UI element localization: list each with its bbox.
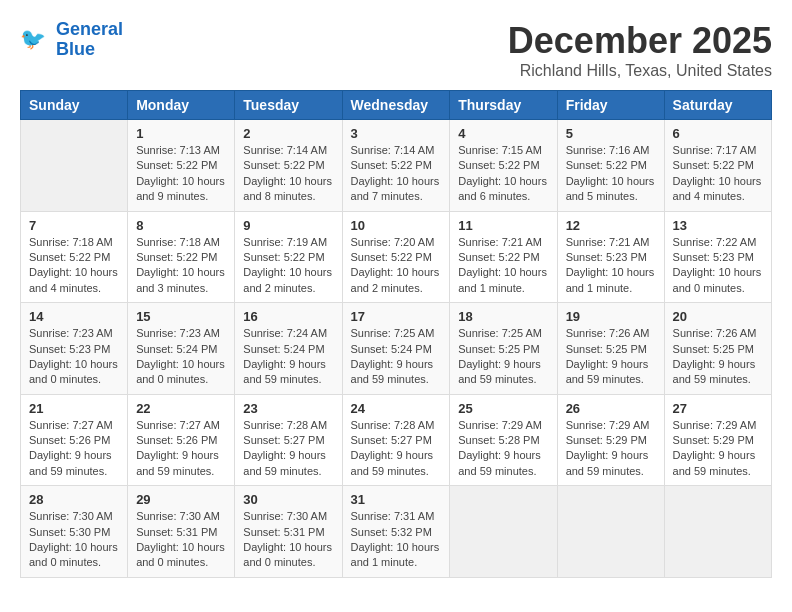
day-number: 16 xyxy=(243,309,333,324)
logo-icon: 🐦 xyxy=(20,24,52,56)
calendar-week-row: 7Sunrise: 7:18 AM Sunset: 5:22 PM Daylig… xyxy=(21,211,772,303)
day-info: Sunrise: 7:25 AM Sunset: 5:24 PM Dayligh… xyxy=(351,326,442,388)
day-number: 13 xyxy=(673,218,763,233)
day-info: Sunrise: 7:21 AM Sunset: 5:22 PM Dayligh… xyxy=(458,235,548,297)
day-number: 9 xyxy=(243,218,333,233)
day-number: 20 xyxy=(673,309,763,324)
day-info: Sunrise: 7:28 AM Sunset: 5:27 PM Dayligh… xyxy=(351,418,442,480)
day-info: Sunrise: 7:25 AM Sunset: 5:25 PM Dayligh… xyxy=(458,326,548,388)
day-number: 31 xyxy=(351,492,442,507)
day-number: 1 xyxy=(136,126,226,141)
day-info: Sunrise: 7:30 AM Sunset: 5:31 PM Dayligh… xyxy=(243,509,333,571)
day-number: 12 xyxy=(566,218,656,233)
calendar-cell: 24Sunrise: 7:28 AM Sunset: 5:27 PM Dayli… xyxy=(342,394,450,486)
calendar-cell: 25Sunrise: 7:29 AM Sunset: 5:28 PM Dayli… xyxy=(450,394,557,486)
calendar-cell: 8Sunrise: 7:18 AM Sunset: 5:22 PM Daylig… xyxy=(128,211,235,303)
day-info: Sunrise: 7:18 AM Sunset: 5:22 PM Dayligh… xyxy=(136,235,226,297)
calendar-cell: 28Sunrise: 7:30 AM Sunset: 5:30 PM Dayli… xyxy=(21,486,128,578)
day-info: Sunrise: 7:14 AM Sunset: 5:22 PM Dayligh… xyxy=(243,143,333,205)
calendar-cell: 22Sunrise: 7:27 AM Sunset: 5:26 PM Dayli… xyxy=(128,394,235,486)
month-title: December 2025 xyxy=(508,20,772,62)
logo: 🐦 GeneralBlue xyxy=(20,20,123,60)
calendar-cell xyxy=(557,486,664,578)
day-info: Sunrise: 7:31 AM Sunset: 5:32 PM Dayligh… xyxy=(351,509,442,571)
calendar-cell: 6Sunrise: 7:17 AM Sunset: 5:22 PM Daylig… xyxy=(664,120,771,212)
day-number: 23 xyxy=(243,401,333,416)
weekday-header: Wednesday xyxy=(342,91,450,120)
day-info: Sunrise: 7:20 AM Sunset: 5:22 PM Dayligh… xyxy=(351,235,442,297)
day-info: Sunrise: 7:18 AM Sunset: 5:22 PM Dayligh… xyxy=(29,235,119,297)
day-number: 10 xyxy=(351,218,442,233)
logo-text: GeneralBlue xyxy=(56,20,123,60)
day-info: Sunrise: 7:14 AM Sunset: 5:22 PM Dayligh… xyxy=(351,143,442,205)
svg-text:🐦: 🐦 xyxy=(20,26,46,52)
day-number: 3 xyxy=(351,126,442,141)
calendar-cell xyxy=(450,486,557,578)
location: Richland Hills, Texas, United States xyxy=(508,62,772,80)
day-number: 6 xyxy=(673,126,763,141)
day-info: Sunrise: 7:23 AM Sunset: 5:23 PM Dayligh… xyxy=(29,326,119,388)
calendar-cell: 27Sunrise: 7:29 AM Sunset: 5:29 PM Dayli… xyxy=(664,394,771,486)
calendar-cell: 13Sunrise: 7:22 AM Sunset: 5:23 PM Dayli… xyxy=(664,211,771,303)
day-info: Sunrise: 7:13 AM Sunset: 5:22 PM Dayligh… xyxy=(136,143,226,205)
day-info: Sunrise: 7:21 AM Sunset: 5:23 PM Dayligh… xyxy=(566,235,656,297)
day-info: Sunrise: 7:30 AM Sunset: 5:31 PM Dayligh… xyxy=(136,509,226,571)
calendar-cell: 23Sunrise: 7:28 AM Sunset: 5:27 PM Dayli… xyxy=(235,394,342,486)
day-number: 5 xyxy=(566,126,656,141)
calendar-cell xyxy=(21,120,128,212)
day-number: 11 xyxy=(458,218,548,233)
calendar-cell: 31Sunrise: 7:31 AM Sunset: 5:32 PM Dayli… xyxy=(342,486,450,578)
day-info: Sunrise: 7:24 AM Sunset: 5:24 PM Dayligh… xyxy=(243,326,333,388)
day-number: 28 xyxy=(29,492,119,507)
day-info: Sunrise: 7:15 AM Sunset: 5:22 PM Dayligh… xyxy=(458,143,548,205)
calendar-cell: 10Sunrise: 7:20 AM Sunset: 5:22 PM Dayli… xyxy=(342,211,450,303)
day-info: Sunrise: 7:29 AM Sunset: 5:29 PM Dayligh… xyxy=(673,418,763,480)
day-number: 24 xyxy=(351,401,442,416)
weekday-header: Thursday xyxy=(450,91,557,120)
day-number: 25 xyxy=(458,401,548,416)
calendar-cell: 26Sunrise: 7:29 AM Sunset: 5:29 PM Dayli… xyxy=(557,394,664,486)
day-info: Sunrise: 7:27 AM Sunset: 5:26 PM Dayligh… xyxy=(29,418,119,480)
calendar-cell: 9Sunrise: 7:19 AM Sunset: 5:22 PM Daylig… xyxy=(235,211,342,303)
day-number: 8 xyxy=(136,218,226,233)
day-number: 17 xyxy=(351,309,442,324)
calendar-cell: 12Sunrise: 7:21 AM Sunset: 5:23 PM Dayli… xyxy=(557,211,664,303)
weekday-header: Friday xyxy=(557,91,664,120)
day-number: 2 xyxy=(243,126,333,141)
calendar-table: SundayMondayTuesdayWednesdayThursdayFrid… xyxy=(20,90,772,578)
day-number: 14 xyxy=(29,309,119,324)
day-info: Sunrise: 7:23 AM Sunset: 5:24 PM Dayligh… xyxy=(136,326,226,388)
calendar-week-row: 1Sunrise: 7:13 AM Sunset: 5:22 PM Daylig… xyxy=(21,120,772,212)
day-number: 4 xyxy=(458,126,548,141)
calendar-cell: 14Sunrise: 7:23 AM Sunset: 5:23 PM Dayli… xyxy=(21,303,128,395)
day-number: 15 xyxy=(136,309,226,324)
day-info: Sunrise: 7:28 AM Sunset: 5:27 PM Dayligh… xyxy=(243,418,333,480)
day-info: Sunrise: 7:29 AM Sunset: 5:28 PM Dayligh… xyxy=(458,418,548,480)
calendar-cell: 3Sunrise: 7:14 AM Sunset: 5:22 PM Daylig… xyxy=(342,120,450,212)
day-info: Sunrise: 7:30 AM Sunset: 5:30 PM Dayligh… xyxy=(29,509,119,571)
day-info: Sunrise: 7:26 AM Sunset: 5:25 PM Dayligh… xyxy=(566,326,656,388)
day-number: 27 xyxy=(673,401,763,416)
day-number: 22 xyxy=(136,401,226,416)
title-block: December 2025 Richland Hills, Texas, Uni… xyxy=(508,20,772,80)
day-number: 21 xyxy=(29,401,119,416)
calendar-cell: 15Sunrise: 7:23 AM Sunset: 5:24 PM Dayli… xyxy=(128,303,235,395)
day-number: 29 xyxy=(136,492,226,507)
calendar-cell: 2Sunrise: 7:14 AM Sunset: 5:22 PM Daylig… xyxy=(235,120,342,212)
day-info: Sunrise: 7:16 AM Sunset: 5:22 PM Dayligh… xyxy=(566,143,656,205)
day-number: 7 xyxy=(29,218,119,233)
calendar-cell: 4Sunrise: 7:15 AM Sunset: 5:22 PM Daylig… xyxy=(450,120,557,212)
weekday-header-row: SundayMondayTuesdayWednesdayThursdayFrid… xyxy=(21,91,772,120)
calendar-cell: 21Sunrise: 7:27 AM Sunset: 5:26 PM Dayli… xyxy=(21,394,128,486)
calendar-cell: 17Sunrise: 7:25 AM Sunset: 5:24 PM Dayli… xyxy=(342,303,450,395)
calendar-cell: 7Sunrise: 7:18 AM Sunset: 5:22 PM Daylig… xyxy=(21,211,128,303)
weekday-header: Sunday xyxy=(21,91,128,120)
calendar-cell: 18Sunrise: 7:25 AM Sunset: 5:25 PM Dayli… xyxy=(450,303,557,395)
calendar-cell: 16Sunrise: 7:24 AM Sunset: 5:24 PM Dayli… xyxy=(235,303,342,395)
weekday-header: Tuesday xyxy=(235,91,342,120)
day-number: 18 xyxy=(458,309,548,324)
calendar-cell: 5Sunrise: 7:16 AM Sunset: 5:22 PM Daylig… xyxy=(557,120,664,212)
day-info: Sunrise: 7:22 AM Sunset: 5:23 PM Dayligh… xyxy=(673,235,763,297)
day-number: 30 xyxy=(243,492,333,507)
calendar-week-row: 14Sunrise: 7:23 AM Sunset: 5:23 PM Dayli… xyxy=(21,303,772,395)
